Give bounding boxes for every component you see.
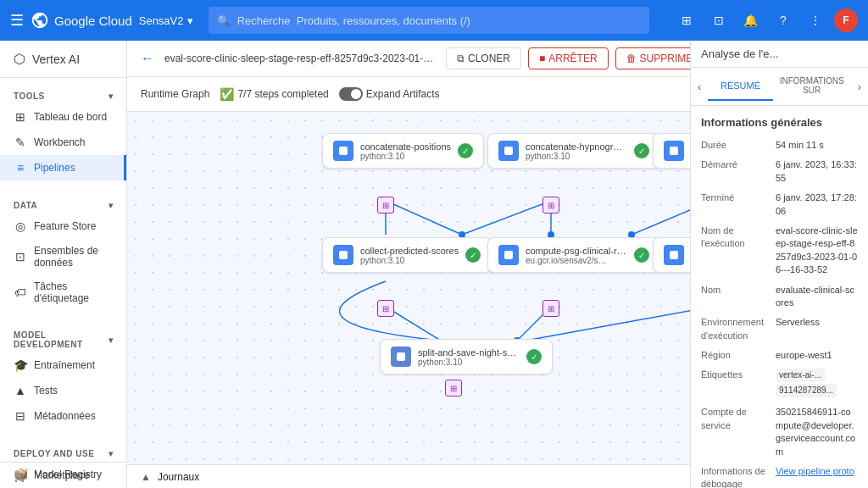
sidebar-item-tests[interactable]: ▲ Tests [0,378,126,403]
tableau-icon: ⊞ [14,110,27,124]
grid-icon[interactable]: ⊞ [673,7,700,34]
compute-psg1-icon [498,245,519,265]
compute-psg1-status: ✓ [634,247,649,263]
search-input[interactable] [237,14,641,27]
tab-resume[interactable]: RÉSUMÉ [708,72,772,101]
sidebar-item-marketplace[interactable]: 🛒 Marketplace [0,463,126,488]
node-concat-hypnograms[interactable]: concatenate-hypnograms python:3.10 ✓ [487,133,660,169]
info-compte: Compte de service 350215846911-compute@d… [701,406,858,458]
sidebar-item-training[interactable]: 🎓 Entraînement [0,352,126,378]
panel-chevron-right[interactable]: › [851,74,868,100]
sidebar-item-datasets[interactable]: ⊡ Ensembles de données [0,239,126,274]
concat-pos-name: concatenate-positions [360,141,451,152]
bell-icon[interactable]: 🔔 [737,7,765,34]
header-actions: ⧉ CLONER ■ ARRÊTER 🗑 SUPPRIMER [446,47,711,69]
split-icon [391,347,411,367]
featurestore-icon: ◎ [14,219,27,233]
panel-title: Analyse de l'e... [701,47,778,60]
model-chevron: ▾ [108,336,114,345]
deploy-chevron: ▾ [108,449,114,458]
search-bar: 🔍 [209,7,649,34]
sidebar-item-workbench[interactable]: ✎ Workbench [0,130,126,155]
svg-line-4 [462,201,551,235]
concat-pos-icon [333,141,353,161]
labeling-icon: 🏷 [14,286,27,299]
sidebar-brand: ⬡ Vertex AI [0,41,126,78]
info-nom: Nom evaluate-clinical-scores [701,284,858,310]
tab-info[interactable]: INFORMATIONS SUR [773,68,851,105]
collect-status: ✓ [465,247,481,263]
compute-psg1-name: compute-psg-clinical-res... [526,246,627,256]
collect-icon [333,245,353,265]
project-selector[interactable]: SensaV2 ▾ [139,14,193,27]
steps-completed: ✅ 7/7 steps completed [220,87,328,101]
check-icon: ✅ [220,87,234,101]
info-execution-name: Nom de l'exécution eval-score-clinic-sle… [701,225,858,277]
sidebar-item-labeling[interactable]: 🏷 Tâches d'étiquetage [0,274,126,310]
info-section-title: Informations générales [701,116,858,129]
panel-collapse-button[interactable]: ‹ [691,74,708,100]
tools-chevron: ▾ [108,92,114,101]
logs-bar[interactable]: ▲ Journaux [127,464,690,488]
training-icon: 🎓 [14,358,27,372]
tag-2: 9114287289... [776,384,837,397]
node-split[interactable]: split-and-save-night-scor... python:3.10… [380,339,553,374]
vertex-icon: ⬡ [14,51,25,67]
metadata-icon: ⊟ [14,409,27,423]
node-compute-psg1[interactable]: compute-psg-clinical-res... eu.gcr.io/se… [487,237,660,273]
hamburger-menu[interactable]: ☰ [10,11,24,30]
svg-line-0 [386,201,462,235]
info-env: Environnement d'exécution Serverless [701,316,858,342]
search-icon: 🔍 [217,14,231,27]
info-etiquettes: Étiquettes vertex-ai-... 9114287289... [701,369,858,399]
marketplace-icon: 🛒 [14,469,27,482]
apps-icon[interactable]: ⊡ [705,7,732,34]
panel-title-row: Analyse de l'e... [691,41,868,68]
help-icon[interactable]: ? [770,7,797,34]
tools-section: ToOls ▾ ⊞ Tableau de bord ✎ Workbench ≡ … [0,78,126,187]
info-termine: Terminé 6 janv. 2023, 17:28:06 [701,191,858,218]
sidebar-item-tableau[interactable]: ⊞ Tableau de bord [0,104,126,130]
node-collect[interactable]: collect-predicted-scores python:3.10 ✓ [322,237,492,273]
stop-button[interactable]: ■ ARRÊTER [528,47,609,69]
concat-hyp-status: ✓ [634,143,649,158]
sidebar: ⬡ Vertex AI ToOls ▾ ⊞ Tableau de bord ✎ … [0,41,127,488]
node-concat-positions[interactable]: concatenate-positions python:3.10 ✓ [322,133,484,169]
concat-hyp-icon [498,141,519,161]
concat-resp-icon [664,141,684,161]
info-debug: Informations de débogage View pipeline p… [701,465,858,488]
workbench-icon: ✎ [14,136,27,149]
svg-rect-22 [397,352,405,361]
avatar[interactable]: F [834,8,858,32]
back-button[interactable]: ← [141,51,154,66]
sidebar-item-metadata[interactable]: ⊟ Métadonnées [0,403,126,429]
app-logo: Google Cloud [31,11,132,30]
nav-icons: ⊞ ⊡ 🔔 ? ⋮ F [673,7,858,34]
split-name: split-and-save-night-scor... [418,347,520,358]
selector-chevron: ▾ [187,14,193,27]
info-demarre: Démarré 6 janv. 2023, 16:33:55 [701,158,858,185]
clone-button[interactable]: ⧉ CLONER [446,47,521,69]
connector-7: ⊞ [445,380,462,396]
debug-link[interactable]: View pipeline proto [776,465,858,478]
panel-tabs: ‹ RÉSUMÉ INFORMATIONS SUR › [691,68,868,106]
compute-psg2-icon [664,245,684,265]
top-navigation: ☰ Google Cloud SensaV2 ▾ 🔍 ⊞ ⊡ 🔔 ? ⋮ F [0,0,868,41]
logs-label: Journaux [158,471,199,483]
logo-text: Google Cloud [54,14,132,28]
svg-rect-18 [670,147,678,155]
sidebar-brand-label: Vertex AI [32,53,80,66]
svg-rect-19 [339,251,348,259]
runtime-graph[interactable]: Runtime Graph [141,88,209,100]
svg-rect-17 [504,147,513,155]
svg-rect-20 [504,251,513,259]
google-cloud-logo [31,11,49,30]
expand-toggle[interactable] [339,87,363,101]
more-icon[interactable]: ⋮ [802,7,829,34]
sidebar-item-featurestore[interactable]: ◎ Feature Store [0,214,126,239]
sidebar-item-pipelines[interactable]: ≡ Pipelines [0,155,126,180]
split-type: python:3.10 [418,358,520,367]
connector-5: ⊞ [542,300,559,317]
stop-icon: ■ [539,53,545,64]
concat-hyp-name: concatenate-hypnograms [526,141,627,152]
